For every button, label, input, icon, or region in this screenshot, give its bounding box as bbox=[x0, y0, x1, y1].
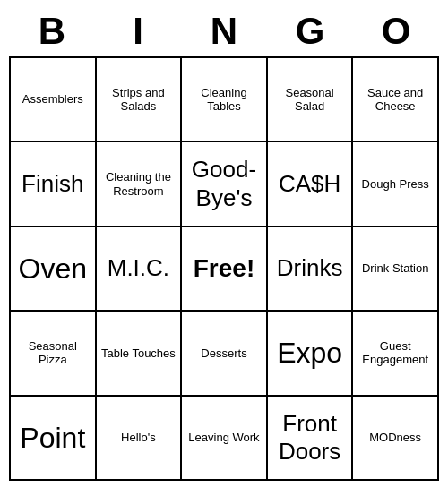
bingo-cell-16[interactable]: Table Touches bbox=[97, 312, 183, 396]
bingo-grid: AssemblersStrips and SaladsCleaning Tabl… bbox=[9, 56, 439, 481]
bingo-card: B I N G O AssemblersStrips and SaladsCle… bbox=[9, 6, 439, 481]
header-i: I bbox=[95, 6, 181, 56]
bingo-cell-2[interactable]: Cleaning Tables bbox=[182, 58, 268, 142]
bingo-cell-23[interactable]: Front Doors bbox=[268, 397, 354, 481]
header-o: O bbox=[353, 6, 439, 56]
header-g: G bbox=[267, 6, 353, 56]
bingo-cell-14[interactable]: Drink Station bbox=[353, 227, 439, 312]
bingo-cell-5[interactable]: Finish bbox=[11, 142, 97, 226]
bingo-cell-13[interactable]: Drinks bbox=[268, 227, 354, 312]
header-b: B bbox=[9, 6, 95, 56]
bingo-cell-1[interactable]: Strips and Salads bbox=[97, 58, 183, 142]
bingo-cell-10[interactable]: Oven bbox=[11, 227, 97, 312]
bingo-cell-0[interactable]: Assemblers bbox=[11, 58, 97, 142]
header-n: N bbox=[181, 6, 267, 56]
bingo-cell-9[interactable]: Dough Press bbox=[353, 142, 439, 226]
bingo-cell-17[interactable]: Desserts bbox=[182, 312, 268, 396]
bingo-cell-19[interactable]: Guest Engagement bbox=[353, 312, 439, 396]
bingo-cell-11[interactable]: M.I.C. bbox=[97, 227, 183, 312]
bingo-cell-24[interactable]: MODness bbox=[353, 397, 439, 481]
bingo-cell-15[interactable]: Seasonal Pizza bbox=[11, 312, 97, 396]
bingo-cell-8[interactable]: CA$H bbox=[268, 142, 354, 226]
bingo-cell-7[interactable]: Good-Bye's bbox=[182, 142, 268, 226]
bingo-cell-22[interactable]: Leaving Work bbox=[182, 397, 268, 481]
bingo-cell-4[interactable]: Sauce and Cheese bbox=[353, 58, 439, 142]
bingo-cell-21[interactable]: Hello's bbox=[97, 397, 183, 481]
bingo-cell-6[interactable]: Cleaning the Restroom bbox=[97, 142, 183, 226]
bingo-cell-20[interactable]: Point bbox=[11, 397, 97, 481]
bingo-cell-12[interactable]: Free! bbox=[182, 227, 268, 312]
bingo-cell-18[interactable]: Expo bbox=[268, 312, 354, 396]
bingo-header: B I N G O bbox=[9, 6, 439, 56]
bingo-cell-3[interactable]: Seasonal Salad bbox=[268, 58, 354, 142]
